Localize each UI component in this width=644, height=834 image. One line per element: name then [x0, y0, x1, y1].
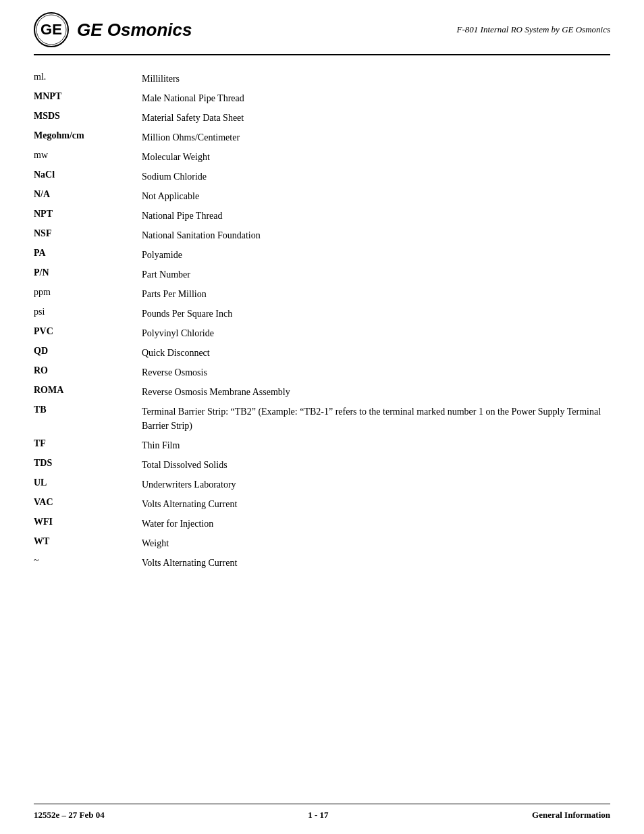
- abbreviation-term: NaCl: [34, 167, 142, 186]
- footer-center: 1 - 17: [308, 810, 328, 820]
- abbreviation-term: PA: [34, 245, 142, 265]
- table-row: Megohm/cmMillion Ohms/Centimeter: [34, 128, 610, 147]
- abbreviation-definition: Water for Injection: [142, 514, 610, 533]
- abbreviation-term: ml.: [34, 69, 142, 88]
- abbreviation-term: WT: [34, 533, 142, 553]
- table-row: N/ANot Applicable: [34, 186, 610, 206]
- table-row: ppmParts Per Million: [34, 284, 610, 304]
- abbreviation-term: PVC: [34, 323, 142, 343]
- abbreviation-term: MSDS: [34, 108, 142, 128]
- abbreviation-definition: Sodium Chloride: [142, 167, 610, 186]
- table-row: PVCPolyvinyl Chloride: [34, 323, 610, 343]
- content-area: ml.MillilitersMNPTMale National Pipe Thr…: [0, 55, 644, 804]
- abbreviation-term: RO: [34, 363, 142, 382]
- abbreviation-definition: Polyamide: [142, 245, 610, 265]
- abbreviation-definition: Total Dissolved Solids: [142, 455, 610, 475]
- abbreviation-definition: Weight: [142, 533, 610, 553]
- abbreviation-term: TB: [34, 402, 142, 436]
- abbreviation-term: P/N: [34, 265, 142, 284]
- table-row: NaClSodium Chloride: [34, 167, 610, 186]
- abbreviation-definition: Male National Pipe Thread: [142, 88, 610, 108]
- table-row: P/NPart Number: [34, 265, 610, 284]
- abbreviation-definition: Reverse Osmosis: [142, 363, 610, 382]
- footer-right: General Information: [532, 810, 610, 820]
- abbreviation-term: MNPT: [34, 88, 142, 108]
- header-subtitle: F-801 Internal RO System by GE Osmonics: [457, 24, 610, 35]
- table-row: mwMolecular Weight: [34, 147, 610, 167]
- abbreviation-definition: Quick Disconnect: [142, 343, 610, 363]
- abbreviation-definition: Part Number: [142, 265, 610, 284]
- abbreviation-term: UL: [34, 475, 142, 494]
- abbreviation-definition: Parts Per Million: [142, 284, 610, 304]
- abbreviation-definition: Terminal Barrier Strip: “TB2” (Example: …: [142, 402, 610, 436]
- abbreviation-term: TF: [34, 436, 142, 455]
- page: GE GE Osmonics F-801 Internal RO System …: [0, 0, 644, 834]
- abbreviation-definition: Million Ohms/Centimeter: [142, 128, 610, 147]
- abbreviation-definition: Underwriters Laboratory: [142, 475, 610, 494]
- abbreviation-term: QD: [34, 343, 142, 363]
- svg-text:GE: GE: [41, 21, 62, 38]
- abbreviation-term: psi: [34, 304, 142, 323]
- abbreviation-term: ROMA: [34, 382, 142, 402]
- abbreviation-term: mw: [34, 147, 142, 167]
- table-row: psiPounds Per Square Inch: [34, 304, 610, 323]
- table-row: NPTNational Pipe Thread: [34, 206, 610, 226]
- table-row: QDQuick Disconnect: [34, 343, 610, 363]
- table-row: ROMAReverse Osmosis Membrane Assembly: [34, 382, 610, 402]
- abbreviation-definition: Volts Alternating Current: [142, 553, 610, 573]
- footer: 12552e – 27 Feb 04 1 - 17 General Inform…: [0, 804, 644, 834]
- abbreviation-definition: Thin Film: [142, 436, 610, 455]
- abbreviation-definition: National Pipe Thread: [142, 206, 610, 226]
- table-row: WTWeight: [34, 533, 610, 553]
- abbreviation-term: WFI: [34, 514, 142, 533]
- table-row: MSDSMaterial Safety Data Sheet: [34, 108, 610, 128]
- abbreviation-term: TDS: [34, 455, 142, 475]
- abbreviation-definition: Molecular Weight: [142, 147, 610, 167]
- abbreviation-definition: Reverse Osmosis Membrane Assembly: [142, 382, 610, 402]
- table-row: TDSTotal Dissolved Solids: [34, 455, 610, 475]
- logo-area: GE GE Osmonics: [34, 12, 192, 47]
- abbreviation-definition: Milliliters: [142, 69, 610, 88]
- table-row: TBTerminal Barrier Strip: “TB2” (Example…: [34, 402, 610, 436]
- abbreviation-term: ppm: [34, 284, 142, 304]
- company-name: GE Osmonics: [77, 20, 192, 41]
- table-row: MNPTMale National Pipe Thread: [34, 88, 610, 108]
- table-row: ml.Milliliters: [34, 69, 610, 88]
- table-row: VACVolts Alternating Current: [34, 494, 610, 514]
- footer-content: 12552e – 27 Feb 04 1 - 17 General Inform…: [34, 810, 610, 820]
- abbreviation-term: ~: [34, 553, 142, 573]
- table-row: ~Volts Alternating Current: [34, 553, 610, 573]
- table-row: TFThin Film: [34, 436, 610, 455]
- abbreviation-definition: Not Applicable: [142, 186, 610, 206]
- abbreviation-term: NPT: [34, 206, 142, 226]
- header: GE GE Osmonics F-801 Internal RO System …: [0, 0, 644, 47]
- table-row: WFIWater for Injection: [34, 514, 610, 533]
- abbreviation-definition: Polyvinyl Chloride: [142, 323, 610, 343]
- table-row: PAPolyamide: [34, 245, 610, 265]
- ge-logo-icon: GE: [34, 12, 69, 47]
- abbreviation-definition: Volts Alternating Current: [142, 494, 610, 514]
- abbreviation-definition: Pounds Per Square Inch: [142, 304, 610, 323]
- table-row: NSFNational Sanitation Foundation: [34, 226, 610, 245]
- abbreviations-table: ml.MillilitersMNPTMale National Pipe Thr…: [34, 69, 610, 573]
- abbreviation-definition: National Sanitation Foundation: [142, 226, 610, 245]
- abbreviation-term: Megohm/cm: [34, 128, 142, 147]
- footer-left: 12552e – 27 Feb 04: [34, 810, 105, 820]
- abbreviation-term: NSF: [34, 226, 142, 245]
- abbreviation-term: VAC: [34, 494, 142, 514]
- table-row: ROReverse Osmosis: [34, 363, 610, 382]
- footer-divider: [34, 804, 610, 804]
- abbreviation-term: N/A: [34, 186, 142, 206]
- abbreviation-definition: Material Safety Data Sheet: [142, 108, 610, 128]
- table-row: ULUnderwriters Laboratory: [34, 475, 610, 494]
